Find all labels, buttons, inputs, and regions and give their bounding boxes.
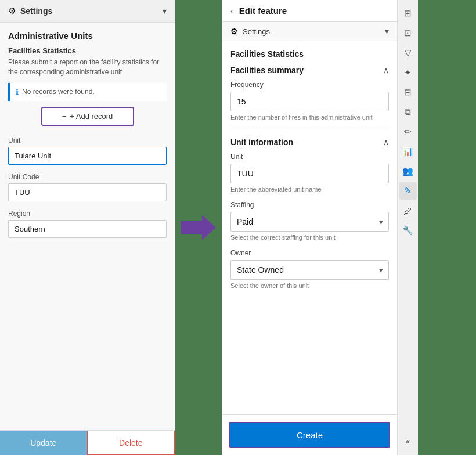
owner-select-wrapper: State Owned Federally Owned Locally Owne… bbox=[230, 260, 389, 280]
collapse-summary-icon[interactable]: ∧ bbox=[383, 66, 389, 75]
layers-icon[interactable]: ⊟ bbox=[399, 84, 417, 101]
owner-label: Owner bbox=[230, 249, 389, 257]
sliders-icon[interactable]: ⊞ bbox=[399, 5, 417, 22]
region-label: Region bbox=[8, 210, 167, 218]
star-icon[interactable]: ✦ bbox=[399, 64, 417, 81]
unit-hint: Enter the abbreviated unit name bbox=[230, 186, 389, 193]
unit-field-group: Unit bbox=[8, 136, 167, 165]
update-button[interactable]: Update bbox=[0, 431, 87, 455]
section-divider-1 bbox=[230, 129, 389, 129]
staffing-label: Staffing bbox=[230, 201, 389, 209]
admin-units-title: Administrative Units bbox=[8, 31, 167, 41]
unit-code-input[interactable] bbox=[8, 183, 167, 201]
left-footer: Update Delete bbox=[0, 430, 175, 455]
facilities-stat-title: Facilities Statistics bbox=[230, 49, 389, 59]
edit-feature-title: Edit feature bbox=[239, 6, 287, 16]
frequency-label: Frequency bbox=[230, 81, 389, 89]
right-settings-label: Settings bbox=[243, 27, 270, 36]
unit-form-input[interactable] bbox=[230, 164, 389, 183]
no-records-text: No records were found. bbox=[22, 88, 95, 96]
unit-code-label: Unit Code bbox=[8, 173, 167, 181]
create-button[interactable]: Create bbox=[229, 422, 390, 448]
staffing-select-wrapper: Paid Volunteer Combination bbox=[230, 212, 389, 232]
pencil-icon[interactable]: ✏ bbox=[399, 123, 417, 140]
left-settings-title: Settings bbox=[20, 6, 52, 16]
gear-icon-left: ⚙ bbox=[8, 6, 16, 16]
people-icon[interactable]: 👥 bbox=[399, 162, 417, 180]
region-input[interactable] bbox=[8, 220, 167, 238]
chevron-down-icon-right[interactable]: ▾ bbox=[385, 27, 389, 36]
right-footer: Create bbox=[222, 414, 397, 455]
right-panel: ‹ Edit feature ⚙ Settings ▾ Facilities S… bbox=[222, 0, 397, 455]
filter-icon[interactable]: ▽ bbox=[399, 44, 417, 62]
arrow-icon bbox=[181, 215, 216, 240]
no-records-box: ℹ No records were found. bbox=[8, 83, 167, 101]
owner-select[interactable]: State Owned Federally Owned Locally Owne… bbox=[230, 260, 389, 280]
gear-icon-right: ⚙ bbox=[230, 27, 238, 36]
edit-active-icon[interactable]: ✎ bbox=[399, 182, 417, 200]
facilities-label: Facilities Statistics bbox=[8, 46, 167, 55]
toolbar-collapse-button[interactable]: « bbox=[399, 433, 417, 450]
owner-hint: Select the owner of this unit bbox=[230, 282, 389, 289]
chevron-down-icon-left[interactable]: ▾ bbox=[163, 6, 167, 16]
back-icon[interactable]: ‹ bbox=[230, 6, 233, 16]
owner-group: Owner State Owned Federally Owned Locall… bbox=[230, 249, 389, 289]
facilities-summary-title: Facilities summary bbox=[230, 66, 304, 75]
unit-info-title: Unit information bbox=[230, 138, 293, 147]
add-record-label: + Add record bbox=[70, 112, 113, 121]
frequency-hint: Enter the number of fires in this admini… bbox=[230, 114, 389, 121]
unit-input[interactable] bbox=[8, 147, 167, 165]
delete-button[interactable]: Delete bbox=[87, 431, 175, 455]
left-settings-header: ⚙ Settings ▾ bbox=[0, 0, 175, 23]
frequency-group: Frequency Enter the number of fires in t… bbox=[230, 81, 389, 121]
right-content: Facilities Statistics Facilities summary… bbox=[222, 41, 397, 414]
svg-marker-0 bbox=[181, 215, 216, 240]
collapse-unit-icon[interactable]: ∧ bbox=[383, 138, 389, 147]
staffing-group: Staffing Paid Volunteer Combination Sele… bbox=[230, 201, 389, 241]
user-check-icon[interactable]: ⊡ bbox=[399, 24, 417, 42]
unit-label: Unit bbox=[8, 136, 167, 145]
unit-form-label: Unit bbox=[230, 153, 389, 161]
edit-feature-header: ‹ Edit feature bbox=[222, 0, 397, 22]
info-icon: ℹ bbox=[16, 88, 19, 96]
frequency-input[interactable] bbox=[230, 92, 389, 111]
facilities-summary-header: Facilities summary ∧ bbox=[230, 66, 389, 75]
wrench-icon[interactable]: 🔧 bbox=[399, 222, 417, 239]
chart-icon[interactable]: 📊 bbox=[399, 143, 417, 160]
unit-code-field-group: Unit Code bbox=[8, 173, 167, 201]
right-settings-row: ⚙ Settings ▾ bbox=[222, 22, 397, 41]
unit-info-header: Unit information ∧ bbox=[230, 138, 389, 147]
region-field-group: Region bbox=[8, 210, 167, 238]
staffing-select[interactable]: Paid Volunteer Combination bbox=[230, 212, 389, 232]
grid-icon[interactable]: ⧉ bbox=[399, 103, 417, 121]
left-panel: ⚙ Settings ▾ Administrative Units Facili… bbox=[0, 0, 175, 455]
facilities-desc: Please submit a report on the facility s… bbox=[8, 57, 167, 77]
unit-group: Unit Enter the abbreviated unit name bbox=[230, 153, 389, 193]
right-toolbar: ⊞ ⊡ ▽ ✦ ⊟ ⧉ ✏ 📊 👥 ✎ 🖊 🔧 « bbox=[397, 0, 418, 455]
plus-icon: + bbox=[62, 112, 67, 121]
pen-icon[interactable]: 🖊 bbox=[399, 202, 417, 219]
add-record-button[interactable]: + + Add record bbox=[41, 107, 134, 126]
staffing-hint: Select the correct staffing for this uni… bbox=[230, 234, 389, 241]
arrow-container bbox=[175, 0, 222, 455]
left-content: Administrative Units Facilities Statisti… bbox=[0, 23, 175, 430]
